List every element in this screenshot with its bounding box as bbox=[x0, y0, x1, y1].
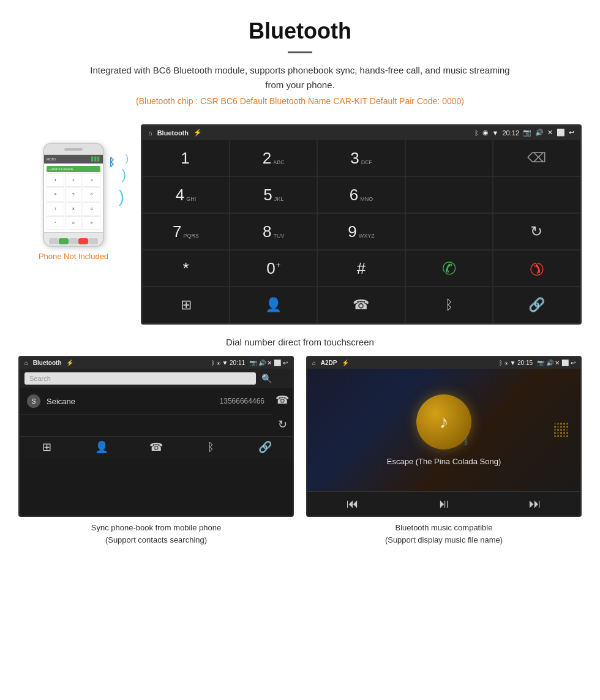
phone-key-8[interactable]: 8 bbox=[65, 202, 83, 216]
dial-8[interactable]: 8 TUV bbox=[230, 213, 317, 250]
phone-key-star[interactable]: * bbox=[47, 216, 64, 230]
pb-call-icon[interactable]: ☎ bbox=[276, 393, 289, 407]
music-player-screen: ⌂ A2DP ⚡ ᛒ ◉ ▼ 20:15 📷 🔊 ✕ ⬜ ↩ bbox=[306, 356, 582, 517]
pb-toolbar-link[interactable]: 🔗 bbox=[238, 440, 293, 454]
link-button[interactable]: 🔗 bbox=[493, 287, 580, 323]
phone-btn-left bbox=[49, 238, 59, 244]
refresh-button[interactable]: ↻ bbox=[493, 213, 580, 250]
music-bt-icon: ᛒ ◉ ▼ bbox=[499, 359, 517, 366]
music-play-pause-button[interactable]: ⏯ bbox=[399, 497, 490, 511]
dial-2[interactable]: 2 ABC bbox=[230, 140, 317, 176]
pb-toolbar-bt[interactable]: ᛒ bbox=[184, 440, 238, 454]
dial-star[interactable]: * bbox=[142, 250, 230, 287]
stereo-main-screen: ⌂ Bluetooth ⚡ ᛒ ◉ ▼ 20:12 📷 🔊 ✕ ⬜ ↩ 1 bbox=[141, 124, 582, 325]
call-button[interactable]: ✆ bbox=[405, 250, 493, 287]
pb-screen-title: Bluetooth bbox=[33, 359, 62, 366]
phone-signal: ▋▋▋ bbox=[91, 157, 100, 162]
bt-status-icon: ᛒ bbox=[474, 129, 479, 137]
music-toolbar: ⏮ ⏯ ⏭ bbox=[307, 491, 580, 516]
music-status-right: ᛒ ◉ ▼ 20:15 📷 🔊 ✕ ⬜ ↩ bbox=[499, 359, 576, 366]
pb-time: 20:11 bbox=[230, 359, 245, 366]
bt-button[interactable]: ᛒ bbox=[405, 287, 493, 323]
phone-btn-end[interactable] bbox=[78, 238, 88, 244]
dial-1[interactable]: 1 bbox=[142, 140, 230, 176]
phone-key-6[interactable]: 6 bbox=[83, 187, 100, 201]
main-content-area: ) ) ) ᛒ MOTO ▋▋▋ + Add to Contacts 1 bbox=[0, 118, 600, 331]
search-placeholder: Search bbox=[29, 375, 51, 382]
dial-4[interactable]: 4 GHI bbox=[142, 176, 230, 213]
back-icon[interactable]: ↩ bbox=[569, 129, 574, 137]
bottom-row: ⌂ Bluetooth ⚡ ᛒ ◉ ▼ 20:11 📷 🔊 ✕ ⬜ ↩ Sear… bbox=[0, 356, 600, 560]
pb-usb-icon: ⚡ bbox=[66, 359, 73, 366]
music-time: 20:15 bbox=[517, 359, 533, 366]
close-icon[interactable]: ✕ bbox=[547, 129, 553, 137]
phone-key-0[interactable]: 0 bbox=[65, 216, 83, 230]
phone-key-5[interactable]: 5 bbox=[65, 187, 83, 201]
album-art: ♪ ᛒ bbox=[416, 394, 471, 450]
phonebook-screen: ⌂ Bluetooth ⚡ ᛒ ◉ ▼ 20:11 📷 🔊 ✕ ⬜ ↩ Sear… bbox=[18, 356, 294, 517]
pb-toolbar-dialpad[interactable]: ⊞ bbox=[20, 440, 74, 454]
header-specs: (Bluetooth chip : CSR BC6 Default Blueto… bbox=[12, 96, 588, 106]
pb-contact-row[interactable]: S Seicane 13566664466 bbox=[20, 388, 272, 415]
phone-button[interactable]: ☎ bbox=[317, 287, 405, 323]
dial-7[interactable]: 7 PQRS bbox=[142, 213, 230, 250]
pb-caption-line2: (Support contacts searching) bbox=[105, 535, 207, 544]
dial-0[interactable]: 0 + bbox=[230, 250, 317, 287]
pb-status-bar: ⌂ Bluetooth ⚡ ᛒ ◉ ▼ 20:11 📷 🔊 ✕ ⬜ ↩ bbox=[20, 357, 293, 369]
bt-icon-overlay: ᛒ bbox=[108, 156, 115, 169]
camera-icon[interactable]: 📷 bbox=[523, 129, 531, 137]
contacts-button[interactable]: 👤 bbox=[230, 287, 317, 323]
pb-toolbar-person[interactable]: 👤 bbox=[74, 440, 129, 454]
pb-caption: Sync phone-book from mobile phone (Suppo… bbox=[18, 517, 294, 548]
music-status-bar: ⌂ A2DP ⚡ ᛒ ◉ ▼ 20:15 📷 🔊 ✕ ⬜ ↩ bbox=[307, 357, 580, 369]
usb-icon: ⚡ bbox=[193, 129, 202, 137]
pb-refresh-icon[interactable]: ↻ bbox=[278, 418, 287, 431]
pb-search-bar: Search 🔍 bbox=[20, 369, 293, 388]
backspace-button[interactable]: ⌫ bbox=[493, 140, 580, 176]
phone-key-1[interactable]: 1 bbox=[47, 173, 64, 187]
dial-9[interactable]: 9 WXYZ bbox=[317, 213, 405, 250]
home-icon[interactable]: ⌂ bbox=[148, 129, 152, 137]
phone-btn-call[interactable] bbox=[59, 238, 69, 244]
dial-hash[interactable]: # bbox=[317, 250, 405, 287]
phone-key-2[interactable]: 2 bbox=[65, 173, 83, 187]
display-empty-2 bbox=[405, 176, 493, 213]
music-next-button[interactable]: ⏭ bbox=[489, 497, 580, 511]
music-prev-button[interactable]: ⏮ bbox=[307, 497, 399, 511]
pb-status-right: ᛒ ◉ ▼ 20:11 📷 🔊 ✕ ⬜ ↩ bbox=[211, 359, 288, 366]
music-camera-icon: 📷 🔊 ✕ ⬜ ↩ bbox=[537, 359, 576, 366]
phone-key-4[interactable]: 4 bbox=[47, 187, 64, 201]
music-caption: Bluetooth music compatible (Support disp… bbox=[306, 517, 582, 548]
pb-toolbar-phone[interactable]: ☎ bbox=[129, 440, 183, 454]
dialpad-button[interactable]: ⊞ bbox=[142, 287, 230, 323]
equalizer-bars bbox=[554, 423, 568, 437]
volume-icon[interactable]: 🔊 bbox=[535, 129, 544, 137]
pb-caption-line1: Sync phone-book from mobile phone bbox=[91, 523, 221, 532]
phone-key-9[interactable]: 9 bbox=[83, 202, 100, 216]
phone-section: ) ) ) ᛒ MOTO ▋▋▋ + Add to Contacts 1 bbox=[18, 124, 129, 261]
music-screen-title: A2DP bbox=[321, 359, 337, 366]
phone-key-hash[interactable]: # bbox=[83, 216, 100, 230]
screen-icon[interactable]: ⬜ bbox=[557, 129, 565, 137]
end-call-button[interactable]: ✆ bbox=[493, 250, 580, 287]
music-note-icon: ♪ bbox=[440, 412, 449, 432]
dial-3[interactable]: 3 DEF bbox=[317, 140, 405, 176]
status-time: 20:12 bbox=[502, 129, 519, 137]
music-home-icon[interactable]: ⌂ bbox=[312, 359, 316, 366]
display-empty-1 bbox=[405, 140, 493, 176]
pb-home-icon[interactable]: ⌂ bbox=[24, 359, 28, 366]
phone-top-bar bbox=[44, 144, 103, 155]
pb-toolbar: ⊞ 👤 ☎ ᛒ 🔗 bbox=[20, 436, 293, 457]
dial-area: 1 2 ABC 3 DEF ⌫ bbox=[142, 140, 580, 323]
bt-signal-waves: ) ) ) bbox=[122, 152, 129, 208]
pb-search-input[interactable]: Search bbox=[24, 372, 256, 385]
status-bar-left: ⌂ Bluetooth ⚡ bbox=[148, 129, 202, 137]
dial-6[interactable]: 6 MNO bbox=[317, 176, 405, 213]
screen-title: Bluetooth bbox=[157, 129, 189, 137]
pb-search-icon[interactable]: 🔍 bbox=[261, 374, 272, 383]
phone-key-7[interactable]: 7 bbox=[47, 202, 64, 216]
music-caption-line2: (Support display music file name) bbox=[385, 535, 503, 544]
phone-key-3[interactable]: 3 bbox=[83, 173, 100, 187]
dial-5[interactable]: 5 JKL bbox=[230, 176, 317, 213]
pb-camera-icon: 📷 🔊 ✕ ⬜ ↩ bbox=[249, 359, 288, 366]
